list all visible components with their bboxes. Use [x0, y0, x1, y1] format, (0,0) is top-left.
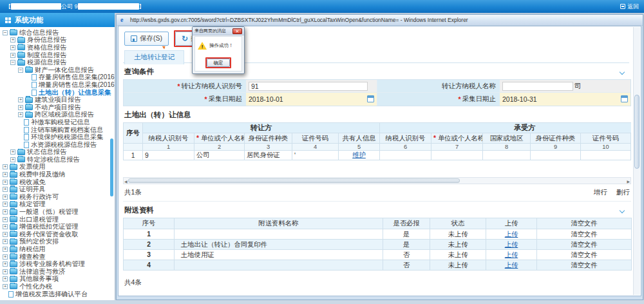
taxpayer-id-label: * 转让方纳税人识别号	[124, 80, 246, 92]
sidebar-item[interactable]: +核定管理	[0, 201, 115, 209]
grid-icon	[5, 17, 11, 23]
collapse-expander-icon[interactable]: −	[10, 60, 15, 65]
sidebar-item[interactable]: +税收减免	[0, 178, 115, 186]
expand-expander-icon[interactable]: +	[3, 217, 8, 222]
clear-file-button[interactable]: 清空文件	[571, 241, 597, 248]
expand-expander-icon[interactable]: +	[3, 202, 8, 207]
sidebar-item[interactable]: +纳税信用	[0, 245, 115, 253]
collapse-chevron-icon[interactable]	[620, 207, 625, 213]
sidebar-item[interactable]: +身份信息报告	[0, 37, 115, 44]
expand-expander-icon[interactable]: +	[3, 172, 8, 177]
sidebar-item[interactable]: +其他服务事项	[0, 276, 115, 283]
sidebar-item[interactable]: +涉税专业服务机构管理	[0, 260, 115, 268]
save-button[interactable]: 保存(S)	[124, 32, 169, 46]
sidebar-item[interactable]: 注销车辆购置税档案信息	[0, 126, 115, 134]
clear-file-button[interactable]: 清空文件	[571, 261, 597, 269]
clear-file-button[interactable]: 清空文件	[571, 251, 597, 258]
sidebar-item[interactable]: 环境保护税税源信息采集	[0, 133, 115, 141]
add-row-button[interactable]: 增行	[594, 188, 607, 197]
sidebar-item[interactable]: 土地出（转）让信息采集	[0, 89, 115, 97]
vertical-scrollbar-thumb[interactable]	[634, 95, 639, 169]
expand-expander-icon[interactable]: +	[3, 209, 8, 214]
sidebar-item[interactable]: −税源信息报告	[0, 59, 115, 66]
taxpayer-name-field[interactable]: 司	[500, 80, 630, 92]
expand-expander-icon[interactable]: +	[3, 187, 8, 192]
calendar-icon[interactable]	[367, 95, 374, 102]
collect-date-to-field[interactable]: 2018-10-31	[500, 93, 630, 106]
sidebar-item[interactable]: +税费申报及缴纳	[0, 171, 115, 178]
sidebar-item[interactable]: 存量房销售信息采集(2016)	[0, 74, 115, 82]
expand-expander-icon[interactable]: +	[3, 239, 8, 244]
back-button[interactable]: 返回	[620, 3, 639, 11]
horizontal-scrollbar-thumb[interactable]	[128, 178, 460, 183]
collapse-expander-icon[interactable]: −	[3, 30, 8, 35]
sidebar-item[interactable]: +出口退税管理	[0, 216, 115, 223]
folder-icon	[10, 254, 17, 260]
expand-expander-icon[interactable]: +	[3, 180, 8, 185]
sidebar-item[interactable]: −财产一体化信息报告	[0, 66, 115, 74]
sidebar-item[interactable]: +税务行政许可	[0, 193, 115, 201]
delete-row-button[interactable]: 删行	[616, 188, 630, 197]
collapse-expander-icon[interactable]: −	[18, 68, 23, 73]
sidebar-item-label: 稽查检查	[19, 253, 46, 261]
expand-expander-icon[interactable]: +	[10, 157, 15, 162]
expand-expander-icon[interactable]: +	[18, 112, 23, 117]
sidebar-item[interactable]: +资格信息报告	[0, 44, 115, 52]
sidebar-item[interactable]: 增值税发票选择确认平台	[0, 290, 115, 298]
sidebar-item[interactable]: +特定涉税信息报告	[0, 156, 115, 164]
sidebar-item[interactable]: +制度信息报告	[0, 52, 115, 59]
sidebar-item[interactable]: +增值税抵扣凭证管理	[0, 223, 115, 231]
sidebar-item[interactable]: +稽查检查	[0, 253, 115, 261]
upload-link[interactable]: 上传	[505, 251, 518, 258]
taxpayer-id-field[interactable]: 91	[246, 80, 377, 92]
sidebar-item[interactable]: +税务代保管资金收取	[0, 231, 115, 238]
sidebar-item[interactable]: +个性化办税	[0, 283, 115, 290]
upload-link[interactable]: 上传	[505, 231, 518, 238]
sidebar-item[interactable]: +建筑业项目报告	[0, 96, 115, 104]
horizontal-scrollbar[interactable]: ◀ ▶	[123, 177, 631, 184]
expand-expander-icon[interactable]: +	[3, 195, 8, 200]
expand-expander-icon[interactable]: +	[3, 269, 8, 274]
expand-expander-icon[interactable]: +	[10, 53, 15, 58]
sidebar-item[interactable]: +预约定价安排	[0, 238, 115, 246]
sidebar-item[interactable]: −综合信息报告	[0, 29, 115, 37]
window-title-bar[interactable]: e http://wsbs.gxds.gov.cn:7005/sword?ctr…	[117, 15, 643, 26]
expand-expander-icon[interactable]: +	[3, 224, 8, 229]
sidebar-item[interactable]: 水资源税税源信息报告	[0, 141, 115, 149]
expand-expander-icon[interactable]: +	[10, 149, 15, 155]
tab-land-transfer-registration[interactable]: 土地转让登记	[124, 50, 184, 64]
sidebar-item[interactable]: 补缴车购税登记信息	[0, 119, 115, 126]
sidebar-item[interactable]: +一般退（抵）税管理	[0, 208, 115, 216]
calendar-icon[interactable]	[621, 95, 628, 102]
expand-expander-icon[interactable]: +	[3, 164, 8, 169]
expand-expander-icon[interactable]: +	[3, 254, 8, 260]
sidebar-item[interactable]: +跨区域税源信息报告	[0, 111, 115, 119]
expand-expander-icon[interactable]: +	[3, 232, 8, 237]
ok-button[interactable]: 确定	[207, 59, 230, 67]
expand-expander-icon[interactable]: +	[3, 284, 8, 289]
sidebar-item[interactable]: +证明开具	[0, 185, 115, 193]
sidebar-scrollbar-thumb[interactable]	[110, 138, 113, 196]
sidebar-item[interactable]: +法律追责与救济	[0, 268, 115, 276]
upload-link[interactable]: 上传	[505, 261, 518, 269]
sidebar-item[interactable]: 增量房销售信息采集(2016)	[0, 81, 115, 89]
expand-expander-icon[interactable]: +	[10, 37, 15, 43]
vertical-scrollbar[interactable]	[633, 27, 640, 295]
collect-date-from-field[interactable]: 2018-10-01	[246, 93, 377, 106]
collapse-chevron-icon[interactable]	[620, 69, 625, 74]
expand-expander-icon[interactable]: +	[3, 247, 8, 252]
sidebar-item[interactable]: +不动产项目报告	[0, 104, 115, 111]
expand-expander-icon[interactable]: +	[10, 45, 15, 50]
clear-file-button[interactable]: 清空文件	[571, 231, 597, 238]
close-icon[interactable]: ✕	[232, 28, 242, 34]
expand-expander-icon[interactable]: +	[18, 97, 23, 102]
upload-link[interactable]: 上传	[505, 241, 518, 248]
maintain-link[interactable]: 维护	[352, 151, 366, 158]
scroll-right-arrow[interactable]: ▶	[627, 179, 630, 184]
scroll-left-arrow[interactable]: ◀	[124, 179, 128, 184]
sidebar-item[interactable]: +状态信息报告	[0, 149, 115, 157]
expand-expander-icon[interactable]: +	[3, 276, 8, 281]
expand-expander-icon[interactable]: +	[3, 261, 8, 267]
sidebar-item[interactable]: +发票使用	[0, 164, 115, 171]
expand-expander-icon[interactable]: +	[18, 105, 23, 110]
